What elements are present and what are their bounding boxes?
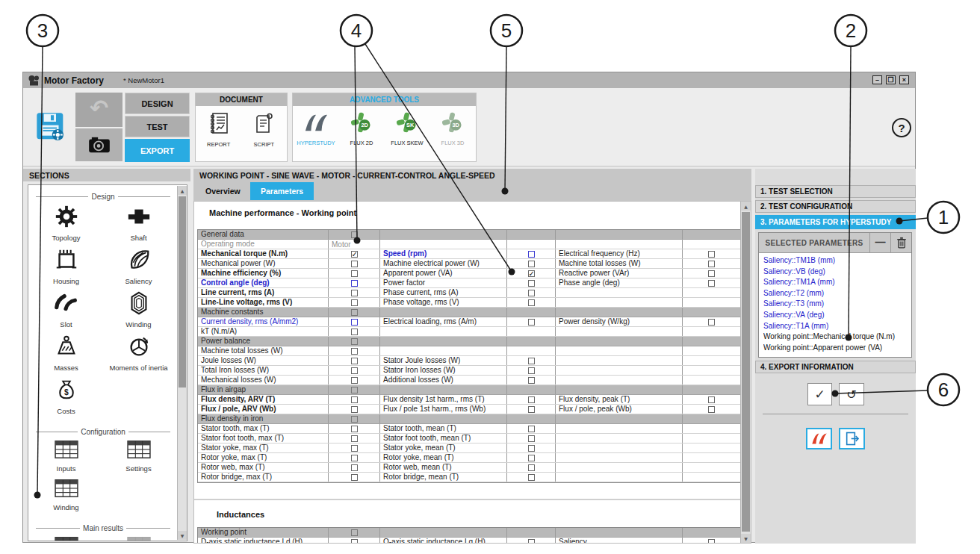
sidebar-item-housing[interactable]: Housing bbox=[30, 247, 102, 285]
validate-button[interactable]: ✓ bbox=[807, 383, 832, 405]
export-file-button[interactable] bbox=[839, 428, 865, 449]
param-checkbox-phase-current-rms-a[interactable] bbox=[528, 290, 535, 296]
param-checkbox-control-angle-deg[interactable] bbox=[351, 280, 358, 287]
content-scrollbar[interactable]: ▲ ▼ bbox=[740, 202, 751, 543]
selected-parameter-item[interactable]: Saliency::T2 (mm) bbox=[763, 288, 911, 299]
selected-parameter-item[interactable]: Saliency::T3 (mm) bbox=[763, 299, 911, 310]
param-checkbox-phase-angle-deg[interactable] bbox=[708, 280, 715, 287]
selected-parameter-item[interactable]: Saliency::VA (deg) bbox=[763, 310, 911, 321]
scroll-thumb[interactable] bbox=[179, 196, 186, 388]
section-checkbox[interactable] bbox=[328, 308, 379, 317]
param-checkbox-stator-iron-losses-w[interactable] bbox=[528, 367, 535, 374]
sidebar-item-costs[interactable]: $Costs bbox=[30, 377, 102, 415]
design-mode-button[interactable]: DESIGN bbox=[125, 93, 190, 114]
param-checkbox-stator-foot-tooth-max-t[interactable] bbox=[351, 435, 358, 442]
sidebar-item-slot[interactable]: Slot bbox=[30, 290, 102, 329]
selected-parameter-item[interactable]: Saliency::TM1B (mm) bbox=[763, 255, 911, 267]
param-checkbox-flux-density-peak-t[interactable] bbox=[708, 396, 715, 403]
param-checkbox-kt-n-m-a[interactable] bbox=[351, 329, 358, 335]
scroll-down-button[interactable]: ▼ bbox=[741, 534, 751, 543]
param-checkbox-phase-voltage-rms-v[interactable] bbox=[528, 299, 535, 306]
restore-button[interactable]: ❐ bbox=[886, 75, 896, 84]
scroll-thumb[interactable] bbox=[742, 212, 750, 532]
hyperstudy-button[interactable] bbox=[806, 428, 832, 449]
param-checkbox-rotor-yoke-max-t[interactable] bbox=[351, 455, 358, 461]
param-checkbox-power-factor[interactable] bbox=[528, 280, 535, 287]
section-checkbox[interactable] bbox=[328, 414, 379, 423]
step-test-configuration[interactable]: 2. TEST CONFIGURATION bbox=[755, 200, 916, 213]
scroll-up-button[interactable]: ▲ bbox=[178, 186, 187, 195]
sidebar-item-winding[interactable]: Winding bbox=[30, 478, 102, 511]
sidebar-item-inputs[interactable]: Inputs bbox=[30, 439, 102, 473]
sidebar-item-shaft[interactable]: Shaft bbox=[102, 204, 175, 242]
param-checkbox-rotor-web-max-t[interactable] bbox=[351, 464, 358, 471]
param-checkbox-speed-rpm[interactable] bbox=[528, 251, 535, 258]
sidebar-item-settings[interactable]: Settings bbox=[102, 439, 175, 473]
param-checkbox-mechanical-torque-n-m[interactable] bbox=[351, 251, 358, 258]
selected-parameter-item[interactable]: Working point::Mechanical torque (N.m) bbox=[763, 332, 911, 343]
remove-parameter-button[interactable]: — bbox=[869, 233, 890, 252]
param-checkbox-rotor-web-mean-t[interactable] bbox=[528, 464, 535, 471]
sidebar-item-saliency[interactable]: Saliency bbox=[102, 247, 175, 285]
delete-all-parameters-button[interactable] bbox=[890, 233, 911, 252]
param-checkbox-stator-tooth-max-t[interactable] bbox=[351, 426, 358, 432]
param-checkbox-flux-density-arv-t[interactable] bbox=[351, 396, 358, 403]
param-checkbox-electrical-frequency-hz[interactable] bbox=[708, 251, 715, 258]
param-checkbox-stator-foot-tooth-mean-t[interactable] bbox=[528, 435, 535, 442]
param-checkbox-joule-losses-w[interactable] bbox=[351, 358, 358, 364]
param-checkbox-q-axis-static-inductance-lq-h[interactable] bbox=[528, 539, 535, 544]
param-checkbox-stator-joule-losses-w[interactable] bbox=[528, 358, 535, 364]
script-button[interactable]: SCRIPT bbox=[241, 112, 286, 148]
param-checkbox-flux-pole-1st-harm-rms-wb[interactable] bbox=[528, 406, 535, 413]
param-checkbox-flux-density-1st-harm-rms-t[interactable] bbox=[528, 396, 535, 403]
param-checkbox-rotor-bridge-mean-t[interactable] bbox=[528, 474, 535, 481]
selected-parameter-item[interactable]: Saliency::T1A (mm) bbox=[763, 321, 911, 332]
save-button[interactable] bbox=[29, 93, 72, 161]
section-checkbox[interactable] bbox=[328, 528, 379, 537]
minimize-button[interactable]: – bbox=[872, 75, 882, 84]
section-checkbox[interactable] bbox=[328, 385, 379, 394]
selected-parameter-item[interactable]: Saliency::TM1A (mm) bbox=[763, 277, 911, 288]
tab-overview[interactable]: Overview bbox=[195, 182, 251, 200]
param-checkbox-total-iron-losses-w[interactable] bbox=[351, 367, 358, 374]
param-checkbox-apparent-power-va[interactable] bbox=[528, 270, 535, 277]
help-button[interactable]: ? bbox=[892, 118, 911, 137]
param-checkbox-machine-efficiency[interactable] bbox=[351, 270, 358, 277]
sidebar-item-winding[interactable]: Winding bbox=[102, 290, 175, 329]
test-mode-button[interactable]: TEST bbox=[125, 116, 190, 137]
param-checkbox-stator-yoke-max-t[interactable] bbox=[351, 445, 358, 452]
undo-button[interactable]: ↶ bbox=[75, 93, 122, 127]
step-export-information[interactable]: 4. EXPORT INFORMATION bbox=[755, 361, 916, 373]
param-checkbox-machine-total-losses-w[interactable] bbox=[351, 348, 358, 355]
selected-parameter-item[interactable]: Working point::Apparent power (VA) bbox=[763, 343, 911, 354]
param-checkbox-machine-electrical-power-w[interactable] bbox=[528, 261, 535, 267]
section-checkbox[interactable] bbox=[328, 337, 379, 346]
report-button[interactable]: REPORT bbox=[196, 112, 241, 148]
param-checkbox-rotor-bridge-max-t[interactable] bbox=[351, 474, 358, 481]
scroll-up-button[interactable]: ▲ bbox=[741, 202, 751, 211]
param-checkbox-additional-losses-w[interactable] bbox=[528, 377, 535, 384]
param-checkbox-machine-total-losses-w[interactable] bbox=[708, 261, 715, 267]
tab-parameters[interactable]: Parameters bbox=[250, 182, 314, 200]
param-checkbox-line-current-rms-a[interactable] bbox=[351, 290, 358, 296]
param-checkbox-mechanical-power-w[interactable] bbox=[351, 261, 358, 267]
step-parameters-for-hyperstudy[interactable]: 3. PARAMETERS FOR HYPERSTUDY bbox=[755, 215, 916, 229]
hyperstudy-button[interactable]: HYPERSTUDY bbox=[294, 112, 338, 146]
param-checkbox-reactive-power-var[interactable] bbox=[708, 270, 715, 277]
close-button[interactable]: × bbox=[899, 75, 909, 84]
param-checkbox-saliency[interactable] bbox=[708, 539, 715, 544]
param-checkbox-stator-tooth-mean-t[interactable] bbox=[528, 426, 535, 432]
param-checkbox-rotor-yoke-mean-t[interactable] bbox=[528, 455, 535, 461]
param-checkbox-electrical-loading-rms-a-m[interactable] bbox=[528, 319, 535, 326]
sidebar-item-topology[interactable]: Topology bbox=[30, 204, 102, 242]
scroll-down-button[interactable]: ▼ bbox=[178, 531, 187, 540]
param-checkbox-flux-pole-arv-wb[interactable] bbox=[351, 406, 358, 413]
reset-button[interactable]: ↺ bbox=[839, 383, 864, 405]
param-checkbox-d-axis-static-inductance-ld-h[interactable] bbox=[351, 539, 358, 544]
param-checkbox-current-density-rms-a-mm2[interactable] bbox=[351, 319, 358, 326]
step-test-selection[interactable]: 1. TEST SELECTION bbox=[755, 185, 916, 198]
flux-2d-button[interactable]: 2DFLUX 2D bbox=[339, 112, 384, 146]
param-checkbox-mechanical-losses-w[interactable] bbox=[351, 377, 358, 384]
sections-scrollbar[interactable]: ▲ ▼ bbox=[177, 186, 187, 540]
param-checkbox-stator-yoke-mean-t[interactable] bbox=[528, 445, 535, 452]
